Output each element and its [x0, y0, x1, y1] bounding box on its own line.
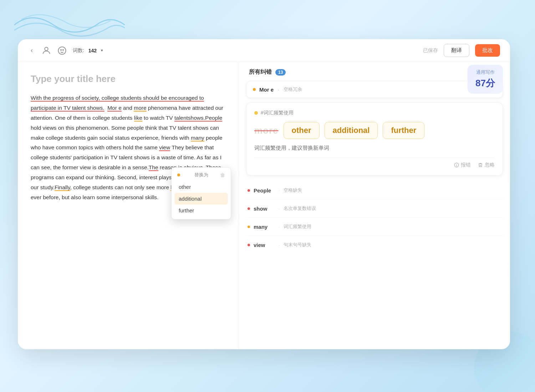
svg-point-3 — [63, 50, 63, 50]
many-word: many — [191, 135, 204, 141]
vocab-option-other[interactable]: other — [284, 122, 320, 139]
score-value: 87分 — [475, 77, 495, 89]
translate-button[interactable]: 翻译 — [444, 44, 469, 57]
error-list-item[interactable]: show · 名次单复数错误 — [246, 200, 503, 218]
error-dot-many — [248, 226, 250, 228]
error-word-view: view — [254, 242, 275, 248]
error-type-many: 词汇频繁使用 — [284, 223, 311, 230]
finally-word: Finally — [55, 184, 70, 191]
vocab-original-word: more — [254, 125, 279, 136]
error-word-show: show — [254, 206, 275, 212]
error-word-many: many — [254, 224, 275, 230]
report-icon — [454, 163, 459, 167]
context-option-further[interactable]: further — [174, 205, 228, 216]
emoji-icon — [57, 46, 67, 56]
svg-point-6 — [456, 166, 457, 166]
svg-point-0 — [45, 47, 48, 50]
right-panel: 所有纠错 13 通用写作 87分 Mor e · 空格冗余 #词汇频繁使用 — [239, 62, 510, 349]
error-type-show: 名次单复数错误 — [284, 205, 316, 212]
errors-badge: 13 — [275, 69, 286, 76]
context-menu: 替换为 🗑 other additional further — [171, 167, 231, 220]
vocab-description: 词汇频繁使用，建议替换新单词 — [254, 145, 495, 151]
context-menu-label: 替换为 — [194, 172, 208, 178]
the-word: The — [149, 164, 158, 171]
vocab-actions: 报错 忽略 — [254, 162, 495, 168]
main-card: ‹ 词数: 142 ▾ 已保存 翻译 批改 Type your title he… — [18, 39, 510, 349]
user-icon — [41, 46, 51, 56]
context-option-other[interactable]: other — [174, 181, 228, 193]
top-error-sep: · — [278, 87, 279, 92]
error-list: People · 空格缺失 show · 名次单复数错误 many · 词汇频繁… — [239, 181, 510, 254]
errors-title: 所有纠错 — [249, 68, 272, 76]
top-error-type: 空格冗余 — [284, 86, 302, 93]
error-type-view: 句末句号缺失 — [284, 242, 311, 248]
review-button[interactable]: 批改 — [475, 44, 500, 57]
errors-header: 所有纠错 13 通用写作 87分 — [239, 62, 510, 81]
vocab-option-further[interactable]: further — [383, 122, 424, 139]
trash-icon — [478, 163, 483, 167]
svg-point-1 — [58, 47, 66, 54]
error-list-item[interactable]: view · 句末句号缺失 — [246, 236, 503, 254]
vocab-tag-dot — [254, 111, 258, 115]
saved-status: 已保存 — [423, 47, 438, 54]
deco-waves — [11, 7, 125, 43]
error-sep-2: · — [279, 224, 280, 229]
error-dot-show — [248, 207, 250, 210]
error-type-people: 空格缺失 — [284, 187, 302, 194]
svg-point-2 — [61, 50, 61, 50]
score-label: 通用写作 — [475, 69, 495, 76]
vocab-tag-row: #词汇频繁使用 — [254, 110, 495, 116]
view-word: view — [159, 144, 170, 151]
like-word: like — [134, 115, 142, 122]
context-menu-dot — [177, 174, 180, 176]
context-option-additional[interactable]: additional — [174, 193, 228, 205]
talentshows-error: talentshows.People — [174, 115, 222, 122]
toolbar: ‹ 词数: 142 ▾ 已保存 翻译 批改 — [18, 39, 510, 62]
vocab-divider — [254, 157, 495, 158]
score-card: 通用写作 87分 — [468, 65, 503, 94]
context-menu-header: 替换为 🗑 — [174, 170, 228, 181]
error-dot-people — [248, 189, 250, 192]
error-list-item[interactable]: People · 空格缺失 — [246, 181, 503, 200]
error-sep-0: · — [279, 188, 280, 193]
word-count: 词数: 142 ▾ — [73, 47, 103, 54]
vocab-options-row: more other additional further — [254, 122, 495, 139]
error-sep-1: · — [279, 206, 280, 211]
error-word-people: People — [254, 187, 275, 194]
error-list-item[interactable]: many · 词汇频繁使用 — [246, 218, 503, 236]
top-error-word: Mor e — [259, 87, 274, 93]
top-error-dot — [253, 88, 256, 91]
back-button[interactable]: ‹ — [28, 45, 36, 56]
context-delete-icon[interactable]: 🗑 — [220, 172, 225, 178]
more-error: Mor e — [107, 105, 122, 112]
vocab-ignore-button[interactable]: 忽略 — [478, 162, 495, 168]
error-dot-view — [248, 244, 250, 246]
vocab-option-additional[interactable]: additional — [325, 122, 378, 139]
vocab-card: #词汇频繁使用 more other additional further 词汇… — [246, 102, 503, 176]
top-error-item[interactable]: Mor e · 空格冗余 — [246, 81, 503, 98]
vocab-report-button[interactable]: 报错 — [454, 162, 471, 168]
content-area: Type your title here With the progress o… — [18, 62, 510, 349]
editor-title[interactable]: Type your title here — [31, 73, 226, 84]
editor-pane: Type your title here With the progress o… — [18, 62, 239, 349]
vocab-tag-text: #词汇频繁使用 — [261, 110, 294, 116]
error-sep-3: · — [279, 242, 280, 248]
more-word: more — [134, 105, 146, 112]
